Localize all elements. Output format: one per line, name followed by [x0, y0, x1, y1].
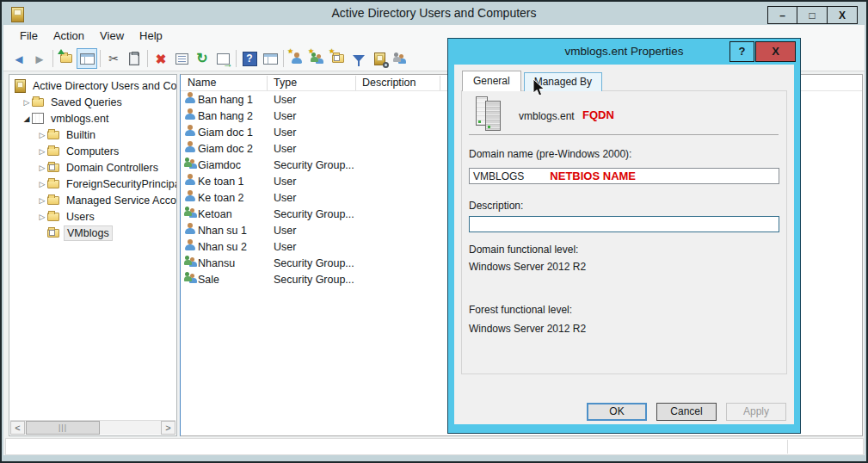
- column-resize-handle[interactable]: [355, 76, 356, 90]
- refresh-icon[interactable]: ↻: [192, 48, 212, 69]
- new-ou-icon[interactable]: ★: [328, 48, 348, 69]
- tree-item-vmblogs-ou[interactable]: VMblogs: [9, 225, 176, 241]
- ok-button[interactable]: OK: [587, 403, 647, 421]
- titlebar: Active Directory Users and Computers – □…: [3, 3, 865, 25]
- group-icon: [184, 207, 198, 219]
- chevron-right-icon[interactable]: ▷: [37, 131, 47, 139]
- properties-icon[interactable]: [171, 48, 192, 69]
- column-header-type[interactable]: Type: [274, 77, 297, 89]
- window-controls: – □ X: [767, 6, 858, 24]
- tree-item-label: Users: [64, 210, 97, 224]
- ou-folder-icon: [47, 229, 59, 238]
- forest-functional-level-value: Windows Server 2012 R2: [469, 323, 586, 335]
- group-icon: [184, 256, 198, 268]
- dialog-buttons: OK Cancel Apply: [587, 403, 786, 421]
- paste-icon[interactable]: [124, 48, 145, 69]
- user-icon: [184, 125, 196, 137]
- back-icon[interactable]: ◄: [9, 48, 29, 69]
- tab-general[interactable]: General: [462, 71, 521, 91]
- domain-functional-level-value: Windows Server 2012 R2: [469, 261, 586, 273]
- tree-item-label: Builtin: [64, 128, 98, 142]
- user-icon: [184, 223, 196, 235]
- column-header-description[interactable]: Description: [362, 77, 416, 89]
- aduc-window: Active Directory Users and Computers – □…: [0, 0, 868, 463]
- tree-item-foreign-security-principals[interactable]: ▷ ForeignSecurityPrincipals: [9, 176, 176, 192]
- tree-item-managed-service-accounts[interactable]: ▷ Managed Service Accounts: [9, 192, 176, 208]
- netbios-input[interactable]: VMBLOGS NETBIOS NAME: [469, 168, 779, 184]
- dialog-close-button[interactable]: X: [755, 41, 796, 62]
- menu-action[interactable]: Action: [46, 27, 92, 45]
- chevron-right-icon[interactable]: ▷: [37, 180, 47, 188]
- column-resize-handle[interactable]: [440, 76, 440, 90]
- tree-item-computers[interactable]: ▷ Computers: [9, 143, 176, 159]
- user-icon: [184, 92, 196, 104]
- menu-help[interactable]: Help: [132, 27, 170, 45]
- help-icon[interactable]: ?: [239, 48, 260, 69]
- menu-view[interactable]: View: [92, 27, 132, 45]
- menu-file[interactable]: File: [12, 27, 46, 45]
- scroll-right-icon[interactable]: >: [161, 421, 175, 435]
- tree-item-builtin[interactable]: ▷ Builtin: [9, 127, 176, 143]
- cut-icon[interactable]: ✂: [103, 48, 124, 69]
- close-button[interactable]: X: [828, 6, 858, 24]
- description-input[interactable]: [469, 216, 779, 232]
- minimize-button[interactable]: –: [767, 6, 797, 24]
- horizontal-scrollbar[interactable]: < ||| >: [10, 420, 175, 435]
- new-group-icon[interactable]: ★: [307, 48, 328, 69]
- set-group-icon[interactable]: [390, 48, 410, 69]
- chevron-right-icon[interactable]: ▷: [37, 164, 47, 172]
- export-list-icon[interactable]: →: [212, 48, 233, 69]
- up-level-icon[interactable]: [56, 48, 77, 69]
- chevron-expanded-icon[interactable]: ◢: [22, 114, 32, 123]
- delete-icon[interactable]: ✖: [151, 48, 171, 69]
- description-label: Description:: [469, 200, 523, 212]
- tree-item-label: Computers: [64, 145, 121, 158]
- scrollbar-thumb[interactable]: |||: [26, 421, 100, 435]
- tree-item-label: Saved Queries: [48, 96, 125, 109]
- folder-icon: [32, 98, 44, 107]
- chevron-right-icon[interactable]: ▷: [22, 98, 32, 107]
- maximize-button[interactable]: □: [797, 6, 828, 24]
- tree-item-label: vmblogs.ent: [48, 112, 111, 126]
- column-header-name[interactable]: Name: [188, 77, 216, 89]
- domain-icon: [32, 113, 44, 124]
- status-bar: [5, 438, 864, 455]
- group-icon: [184, 272, 198, 284]
- user-icon: [184, 239, 196, 251]
- chevron-right-icon[interactable]: ▷: [37, 196, 47, 205]
- new-window-icon[interactable]: [260, 48, 280, 69]
- toolbar-separator: [147, 50, 148, 67]
- domain-display-name: vmblogs.ent: [519, 110, 575, 122]
- console-root-icon: [15, 79, 26, 93]
- chevron-right-icon[interactable]: ▷: [37, 213, 47, 221]
- column-resize-handle[interactable]: [267, 76, 268, 90]
- tree-item-label: VMblogs: [64, 225, 113, 241]
- folder-icon: [47, 180, 59, 188]
- status-bar-divider: [787, 440, 788, 454]
- new-user-icon[interactable]: ★: [286, 48, 307, 69]
- dialog-help-button[interactable]: ?: [729, 41, 754, 62]
- cancel-button[interactable]: Cancel: [656, 403, 717, 421]
- ou-folder-icon: [47, 164, 59, 172]
- netbios-value: VMBLOGS: [473, 170, 524, 182]
- user-icon: [184, 190, 196, 202]
- tree-item-root[interactable]: Active Directory Users and Computers: [9, 77, 176, 94]
- find-icon[interactable]: [369, 48, 390, 69]
- user-icon: [184, 174, 196, 186]
- scroll-left-icon[interactable]: <: [10, 421, 25, 435]
- tree-item-saved-queries[interactable]: ▷ Saved Queries: [9, 94, 176, 110]
- tree-item-domain-controllers[interactable]: ▷ Domain Controllers: [9, 159, 176, 176]
- filter-icon[interactable]: [348, 48, 369, 69]
- apply-button[interactable]: Apply: [726, 403, 786, 421]
- tree-item-label: Managed Service Accounts: [64, 194, 177, 207]
- chevron-right-icon[interactable]: ▷: [37, 147, 47, 156]
- forward-icon[interactable]: ►: [29, 48, 50, 69]
- netbios-annotation: NETBIOS NAME: [550, 170, 636, 182]
- toolbar-separator: [52, 50, 53, 67]
- tree-item-label: Active Directory Users and Computers: [30, 79, 177, 93]
- tree-item-users[interactable]: ▷ Users: [9, 208, 176, 225]
- user-icon: [184, 108, 196, 120]
- console-tree-icon[interactable]: [77, 48, 97, 69]
- console-tree-panel: Active Directory Users and Computers ▷ S…: [9, 74, 177, 436]
- tree-item-domain[interactable]: ◢ vmblogs.ent: [9, 110, 176, 127]
